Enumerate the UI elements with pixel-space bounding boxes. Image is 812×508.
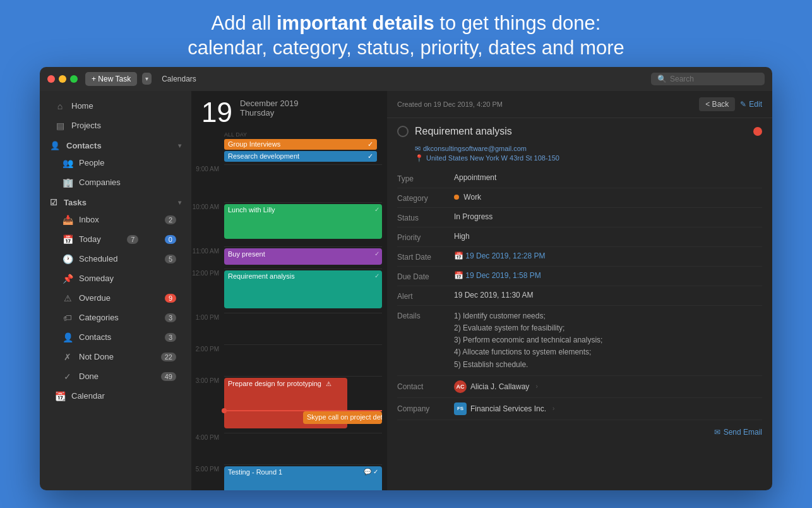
time-line-1pm bbox=[224, 313, 382, 344]
cal-day-info: December 2019 Thursday bbox=[240, 99, 299, 118]
category-label: Category bbox=[397, 193, 454, 203]
email-icon: ✉ bbox=[415, 145, 421, 153]
time-line-2pm bbox=[224, 344, 382, 376]
start-date-value: 📅 19 Dec 2019, 12:28 PM bbox=[454, 251, 762, 260]
due-date-label: Due Date bbox=[397, 271, 454, 281]
send-email-button[interactable]: ✉ Send Email bbox=[714, 428, 762, 437]
sidebar-item-not-done[interactable]: ✗ Not Done 22 bbox=[52, 348, 186, 366]
search-input[interactable] bbox=[670, 75, 758, 83]
calendar-icon-due: 📅 bbox=[454, 271, 465, 280]
sidebar-item-projects[interactable]: ▤ Projects bbox=[45, 116, 186, 135]
sidebar-item-categories[interactable]: 🏷 Categories 3 bbox=[52, 308, 186, 327]
start-date-label: Start Date bbox=[397, 251, 454, 262]
edit-button[interactable]: ✎ Edit bbox=[740, 97, 762, 111]
time-slot-5pm: 5:00 PM Testing - Round 1 💬 ✓ bbox=[191, 464, 387, 490]
contact-label: Contact bbox=[397, 382, 454, 391]
tasks-section-label: Tasks bbox=[64, 198, 87, 207]
cal-header: 19 December 2019 Thursday bbox=[191, 91, 387, 131]
event-check-buy: ✓ bbox=[374, 250, 379, 257]
minimize-button[interactable] bbox=[59, 75, 66, 83]
company-value[interactable]: FS Financial Services Inc. › bbox=[454, 402, 554, 415]
sidebar-item-contacts[interactable]: 👤 Contacts 3 bbox=[52, 328, 186, 347]
detail-header: Created on 19 Dec 2019, 4:20 PM < Back ✎… bbox=[387, 91, 772, 118]
contact-value[interactable]: AC Alicia J. Callaway › bbox=[454, 380, 538, 393]
sidebar-projects-label: Projects bbox=[71, 121, 101, 130]
sidebar-section-contacts[interactable]: 👤 Contacts ▾ bbox=[40, 136, 191, 153]
close-button[interactable] bbox=[47, 75, 55, 83]
alert-value: 19 Dec 2019, 11:30 AM bbox=[454, 291, 762, 299]
task-title: Requirement analysis bbox=[415, 126, 747, 137]
cal-scroll[interactable]: 9:00 AM 10:00 AM Lunch with Lilly ✓ 11: bbox=[191, 164, 387, 490]
time-slot-4pm: 4:00 PM bbox=[191, 433, 387, 464]
overdue-badge: 9 bbox=[165, 294, 176, 303]
all-day-event-group-interviews[interactable]: Group Interviews ✓ bbox=[224, 139, 377, 150]
sidebar-home-label: Home bbox=[71, 101, 93, 111]
cal-event-lunch[interactable]: Lunch with Lilly ✓ bbox=[224, 204, 382, 239]
cal-event-skype[interactable]: Skype call on project details bbox=[303, 411, 382, 424]
cal-event-buy-present[interactable]: Buy present ✓ bbox=[224, 248, 382, 265]
time-label-2pm: 2:00 PM bbox=[191, 344, 224, 376]
all-day-event-research[interactable]: Research development ✓ bbox=[224, 151, 377, 162]
sidebar-item-home[interactable]: ⌂ Home bbox=[45, 97, 186, 116]
scheduled-icon: 🕐 bbox=[63, 254, 73, 264]
cal-event-testing[interactable]: Testing - Round 1 💬 ✓ bbox=[224, 466, 382, 490]
event-title-buy: Buy present bbox=[228, 250, 265, 258]
sidebar-section-tasks[interactable]: ☑ Tasks ▾ bbox=[40, 193, 191, 210]
contacts-chevron-icon: ▾ bbox=[178, 142, 181, 149]
event-title-skype: Skype call on project details bbox=[307, 413, 382, 421]
sidebar-item-people[interactable]: 👥 People bbox=[52, 154, 186, 172]
sidebar-item-today[interactable]: 📅 Today 7 0 bbox=[52, 230, 186, 249]
calendar-icon: 📆 bbox=[55, 391, 65, 401]
someday-icon: 📌 bbox=[63, 274, 73, 284]
event-check-lunch: ✓ bbox=[374, 206, 379, 213]
cal-event-requirement[interactable]: Requirement analysis ✓ bbox=[224, 270, 382, 308]
time-line-12pm: Requirement analysis ✓ bbox=[224, 269, 382, 313]
time-label-11am: 11:00 AM bbox=[191, 246, 224, 269]
maximize-button[interactable] bbox=[70, 75, 78, 83]
sidebar-item-someday[interactable]: 📌 Someday bbox=[52, 269, 186, 288]
time-slot-12pm: 12:00 PM Requirement analysis ✓ bbox=[191, 269, 387, 313]
sidebar: ⌂ Home ▤ Projects 👤 Contacts ▾ 👥 People … bbox=[40, 91, 191, 490]
sidebar-item-calendar[interactable]: 📆 Calendar bbox=[45, 387, 186, 406]
done-icon: ✓ bbox=[63, 372, 73, 382]
task-checkbox[interactable] bbox=[397, 126, 409, 137]
title-bar: + New Task ▾ Calendars 🔍 bbox=[40, 67, 772, 91]
contact-name: Alicia J. Callaway bbox=[470, 382, 529, 391]
headline-part1: Add all bbox=[212, 12, 277, 34]
not-done-badge: 22 bbox=[161, 353, 176, 361]
new-task-dropdown[interactable]: ▾ bbox=[142, 73, 152, 85]
task-email-line: ✉ dkconsultingsoftware@gmail.com bbox=[415, 145, 762, 153]
contacts-section-icon: 👤 bbox=[50, 141, 60, 150]
time-line-5pm: Testing - Round 1 💬 ✓ bbox=[224, 464, 382, 490]
projects-icon: ▤ bbox=[55, 121, 65, 131]
contact-chevron-icon: › bbox=[535, 383, 537, 390]
overdue-icon: ⚠ bbox=[63, 293, 73, 303]
detail-pane: Created on 19 Dec 2019, 4:20 PM < Back ✎… bbox=[387, 91, 772, 490]
sidebar-overdue-label: Overdue bbox=[79, 293, 110, 303]
tasks-chevron-icon: ▾ bbox=[178, 199, 181, 206]
due-date-value: 📅 19 Dec 2019, 1:58 PM bbox=[454, 271, 762, 280]
sidebar-item-scheduled[interactable]: 🕐 Scheduled 5 bbox=[52, 250, 186, 269]
edit-icon: ✎ bbox=[740, 100, 746, 109]
sidebar-item-overdue[interactable]: ⚠ Overdue 9 bbox=[52, 289, 186, 308]
time-slot-1pm: 1:00 PM bbox=[191, 313, 387, 344]
calendars-button[interactable]: Calendars bbox=[157, 72, 201, 86]
contact-avatar: AC bbox=[454, 380, 467, 393]
today-badge2: 0 bbox=[165, 235, 176, 244]
edit-label: Edit bbox=[749, 100, 762, 109]
back-button[interactable]: < Back bbox=[699, 97, 735, 111]
event-title-design: Prepare design for prototyping bbox=[228, 380, 321, 387]
details-row: Details 1) Identify customer needs; 2) E… bbox=[397, 306, 762, 376]
sidebar-done-label: Done bbox=[79, 372, 99, 381]
categories-icon: 🏷 bbox=[63, 313, 73, 323]
sidebar-item-done[interactable]: ✓ Done 49 bbox=[52, 367, 186, 386]
all-day-label: ALL DAY bbox=[224, 131, 382, 138]
sidebar-item-companies[interactable]: 🏢 Companies bbox=[52, 173, 186, 192]
sidebar-item-inbox[interactable]: 📥 Inbox 2 bbox=[52, 210, 186, 229]
type-row: Type Appointment bbox=[397, 169, 762, 188]
sidebar-inbox-label: Inbox bbox=[79, 215, 99, 224]
new-task-button[interactable]: + New Task bbox=[85, 72, 137, 86]
company-name: Financial Services Inc. bbox=[470, 404, 546, 413]
time-slot-10am: 10:00 AM Lunch with Lilly ✓ bbox=[191, 202, 387, 246]
time-line-10am: Lunch with Lilly ✓ bbox=[224, 202, 382, 246]
